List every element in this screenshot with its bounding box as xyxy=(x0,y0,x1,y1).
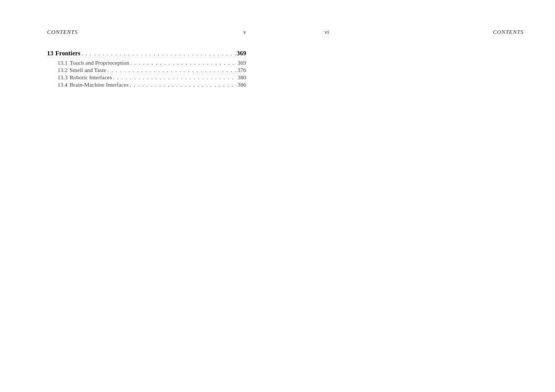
section-entry-13-1: 13.1 Touch and Proprioception 369 xyxy=(47,60,246,66)
section-left-3: 13.3 Robotic Interfaces xyxy=(57,74,238,80)
section-left-2: 13.2 Smell and Taste xyxy=(57,67,238,73)
section-page-13-2: 376 xyxy=(238,67,247,73)
chapter-number: 13 xyxy=(47,50,53,57)
left-page: CONTENTS v 13 Frontiers 369 13.1 Touch a… xyxy=(0,0,278,392)
right-page: vi CONTENTS xyxy=(278,0,555,392)
section-entry-13-2: 13.2 Smell and Taste 376 xyxy=(47,67,246,73)
chapter-entry: 13 Frontiers 369 xyxy=(47,50,246,57)
section-title-13-4: Brain-Machine Interfaces xyxy=(70,81,129,88)
chapter-dots xyxy=(82,50,236,56)
section-dots-13-2 xyxy=(107,67,236,73)
section-page-13-4: 386 xyxy=(238,81,247,88)
right-page-number: vi xyxy=(325,29,329,35)
section-number-13-1: 13.1 xyxy=(57,60,67,66)
section-page-13-1: 369 xyxy=(238,60,247,66)
chapter-title: Frontiers xyxy=(55,50,80,57)
right-header-title: CONTENTS xyxy=(493,29,524,35)
section-entry-13-4: 13.4 Brain-Machine Interfaces 386 xyxy=(47,81,246,88)
section-dots-13-4 xyxy=(130,81,237,88)
left-header-title: CONTENTS xyxy=(47,29,78,35)
section-entry-13-3: 13.3 Robotic Interfaces 380 xyxy=(47,74,246,80)
section-number-13-3: 13.3 xyxy=(57,74,67,80)
left-page-header: CONTENTS v xyxy=(47,29,246,35)
right-page-header: vi CONTENTS xyxy=(325,29,524,35)
section-title-13-2: Smell and Taste xyxy=(70,67,106,73)
contents-section: 13 Frontiers 369 13.1 Touch and Proprioc… xyxy=(47,50,246,88)
left-page-number: v xyxy=(244,29,247,35)
section-left: 13.1 Touch and Proprioception xyxy=(57,60,238,66)
section-title-13-1: Touch and Proprioception xyxy=(70,60,129,66)
section-number-13-2: 13.2 xyxy=(57,67,67,73)
chapter-page: 369 xyxy=(237,50,246,57)
section-title-13-3: Robotic Interfaces xyxy=(70,74,112,80)
section-left-4: 13.4 Brain-Machine Interfaces xyxy=(57,81,238,88)
section-page-13-3: 380 xyxy=(238,74,247,80)
section-dots-13-3 xyxy=(113,74,236,80)
section-number-13-4: 13.4 xyxy=(57,81,67,88)
section-dots-13-1 xyxy=(130,60,236,66)
